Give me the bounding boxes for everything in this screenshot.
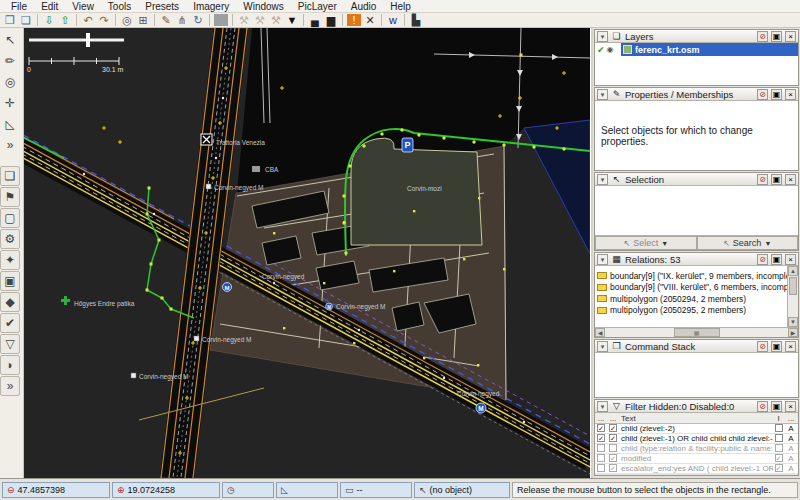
filter-checkbox[interactable] — [597, 454, 605, 462]
menu-imagery[interactable]: Imagery — [186, 0, 236, 13]
tool-disabled-2-icon[interactable]: ⚒ — [252, 13, 268, 27]
collapse-icon[interactable]: ▾ — [597, 89, 608, 100]
scroll-thumb[interactable]: ▦ — [674, 328, 720, 337]
filter-checkbox[interactable]: ✓ — [609, 464, 617, 472]
relation-list-item[interactable]: multipolygon (2050294, 2 members) — [595, 293, 787, 305]
menu-piclayer[interactable]: PicLayer — [291, 0, 344, 13]
filter-checkbox[interactable] — [775, 424, 783, 432]
undo-icon[interactable]: ↶ — [80, 13, 96, 27]
menu-file[interactable]: File — [4, 0, 34, 13]
relation-list-item[interactable]: multipolygon (2050295, 2 members) — [595, 305, 787, 317]
preferences-window-icon[interactable]: ⊞ — [135, 13, 151, 27]
filter-row[interactable]: child (type:relation & facility:public &… — [595, 444, 798, 454]
follow-cursor-icon[interactable]: ▼ — [284, 13, 300, 27]
relation-list-item[interactable]: boundary[9] ("IX. kerület", 9 members, i… — [595, 270, 787, 282]
draw-mode-icon[interactable]: ✏ — [0, 51, 20, 71]
filter-checkbox[interactable]: ✓ — [597, 424, 605, 432]
scroll-up-icon[interactable]: ▲ — [788, 266, 798, 276]
filter-checkbox[interactable]: ✓ — [597, 434, 605, 442]
sticky-icon[interactable]: ⊘ — [757, 401, 768, 412]
layer-row[interactable]: ✔ ◉ ferenc_krt.osm — [595, 43, 798, 56]
close-icon[interactable]: × — [785, 31, 796, 42]
close-icon[interactable]: × — [785, 341, 796, 352]
layers-dialog-toggle-icon[interactable]: ❏ — [0, 166, 20, 186]
delete-icon[interactable]: ✕ — [362, 13, 378, 27]
close-icon[interactable]: × — [785, 254, 796, 265]
sticky-icon[interactable]: ⊘ — [757, 31, 768, 42]
menu-windows[interactable]: Windows — [236, 0, 291, 13]
scroll-down-icon[interactable]: ▼ — [788, 317, 798, 327]
filter-checkbox[interactable] — [597, 444, 605, 452]
car-routing-icon[interactable]: ▄ — [307, 13, 323, 27]
selection-list[interactable] — [595, 186, 798, 235]
dock-icon[interactable]: ▣ — [771, 254, 782, 265]
scroll-thumb[interactable] — [789, 277, 797, 295]
dock-icon[interactable]: ▣ — [771, 341, 782, 352]
bus-transport-icon[interactable]: ▆ — [323, 13, 339, 27]
collapse-icon[interactable]: ▾ — [597, 401, 608, 412]
redo-icon[interactable]: ↷ — [96, 13, 112, 27]
layer-eye-icon[interactable]: ◉ — [607, 45, 614, 54]
filter-row[interactable]: ✓modified✓A — [595, 454, 798, 464]
collapse-icon[interactable]: ▾ — [597, 174, 608, 185]
merge-tool-icon[interactable]: ⋔ — [174, 13, 190, 27]
close-icon[interactable]: × — [785, 89, 796, 100]
scroll-right-icon[interactable]: ▶ — [788, 328, 798, 337]
menu-view[interactable]: View — [65, 0, 101, 13]
filter-dialog-toggle-icon[interactable]: ▽ — [0, 334, 20, 354]
collapse-icon[interactable]: ▾ — [597, 341, 608, 352]
collapse-icon[interactable]: ▾ — [597, 31, 608, 42]
validator-dialog-toggle-icon[interactable]: ✔ — [0, 313, 20, 333]
tool-disabled-3-icon[interactable]: ⚒ — [268, 13, 284, 27]
waypoint-w-icon[interactable]: w — [385, 13, 401, 27]
more-toggles-icon[interactable]: » — [0, 376, 20, 396]
tags-dialog-toggle-icon[interactable]: ⚑ — [0, 187, 20, 207]
dock-icon[interactable]: ▣ — [771, 31, 782, 42]
filter-checkbox[interactable]: ✓ — [775, 464, 783, 472]
select-mode-icon[interactable]: ↖ — [0, 30, 20, 50]
search-dropdown-button[interactable]: ↖ Search ▼ — [697, 236, 799, 250]
horizontal-scrollbar[interactable]: ◀ ▦ ▶ — [595, 327, 798, 337]
refresh-icon[interactable]: ↻ — [190, 13, 206, 27]
filter-checkbox[interactable]: ✓ — [609, 424, 617, 432]
menu-presets[interactable]: Presets — [138, 0, 186, 13]
scroll-left-icon[interactable]: ◀ — [595, 328, 605, 337]
sticky-icon[interactable]: ⊘ — [757, 254, 768, 265]
draw-tool-icon[interactable]: ✎ — [158, 13, 174, 27]
authors-dialog-toggle-icon[interactable]: ◆ — [0, 292, 20, 312]
open-file-icon[interactable]: ❒ — [2, 13, 18, 27]
conflict-dialog-toggle-icon[interactable]: ▣ — [0, 271, 20, 291]
menu-tools[interactable]: Tools — [101, 0, 138, 13]
node-tool-icon[interactable]: ✛ — [0, 93, 20, 113]
menu-edit[interactable]: Edit — [34, 0, 65, 13]
zoom-to-selection-icon[interactable]: ◎ — [119, 13, 135, 27]
sticky-icon[interactable]: ⊘ — [757, 174, 768, 185]
filter-row[interactable]: ✓escalator_end:yes AND ( child zlevel:-1… — [595, 464, 798, 474]
map-paint-dialog-toggle-icon[interactable]: ◗ — [0, 355, 20, 375]
download-data-icon[interactable]: ⇩ — [41, 13, 57, 27]
filter-row[interactable]: ✓✓child (zlevel:-1) OR child child child… — [595, 434, 798, 444]
dock-icon[interactable]: ▣ — [771, 174, 782, 185]
more-modes-icon[interactable]: » — [0, 135, 20, 155]
select-dropdown-button[interactable]: ↖ Select ▼ — [595, 236, 697, 250]
map-canvas[interactable]: P M M — [24, 28, 590, 478]
upload-data-icon[interactable]: ⇧ — [57, 13, 73, 27]
relation-list-item[interactable]: boundary[9] ("VIII. kerület", 6 members,… — [595, 282, 787, 294]
tool-disabled-1-icon[interactable]: ⚒ — [236, 13, 252, 27]
close-icon[interactable]: × — [785, 174, 796, 185]
filter-checkbox[interactable]: ✓ — [775, 454, 783, 462]
warning-icon[interactable]: ! — [347, 14, 361, 26]
filter-row[interactable]: ✓✓child (zlevel:-2)A — [595, 424, 798, 434]
filter-checkbox[interactable] — [775, 444, 783, 452]
save-file-icon[interactable]: ❏ — [18, 13, 34, 27]
selection-dialog-toggle-icon[interactable]: ▢ — [0, 208, 20, 228]
sticky-icon[interactable]: ⊘ — [757, 89, 768, 100]
vertical-scrollbar[interactable]: ▲ ▼ — [787, 266, 798, 327]
filter-checkbox[interactable] — [775, 434, 783, 442]
dock-icon[interactable]: ▣ — [771, 401, 782, 412]
factory-piclayer-icon[interactable]: ▙ — [408, 13, 424, 27]
filter-checkbox[interactable]: ✓ — [609, 454, 617, 462]
layer-visible-check-icon[interactable]: ✔ — [597, 45, 605, 55]
collapse-icon[interactable]: ▾ — [597, 254, 608, 265]
extrude-mode-icon[interactable]: ◺ — [0, 114, 20, 134]
